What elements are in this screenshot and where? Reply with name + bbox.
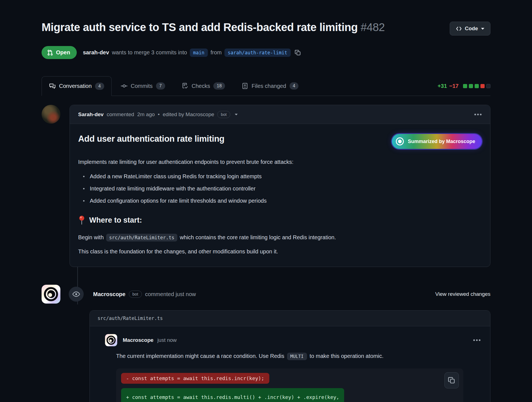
begin-pre-text: Begin with [78,234,104,240]
tab-checks[interactable]: Checks 18 [174,76,233,96]
avatar-macroscope[interactable] [42,285,60,304]
from-text: from [211,49,222,56]
body-post-text: to make this operation atomic. [310,353,383,359]
review-card: src/auth/RateLimiter.ts Macroscope just … [89,310,490,402]
eye-icon [72,290,80,298]
avatar-macroscope-small[interactable] [105,334,117,346]
macroscope-logo-icon [395,137,404,146]
body-pre-text: The current implementation might cause a… [116,353,284,359]
code-button[interactable]: Code [450,22,491,35]
diffstat-block-added [475,84,479,88]
diffstat: +31 −17 [438,83,490,89]
comment-body: Add user authentication rate limiting Su… [70,124,490,267]
tab-commits[interactable]: Commits 7 [113,76,173,96]
merge-summary-text: wants to merge 3 commits into [112,49,187,56]
file-path-header[interactable]: src/auth/RateLimiter.ts [90,311,490,326]
pr-title-text: Migrate auth service to TS and add Redis… [42,21,358,33]
inline-comment-kebab-icon[interactable] [473,339,481,341]
code-icon [456,26,462,31]
suggested-change-diff: - const attempts = await this.redis.incr… [116,368,463,402]
edit-history-chevron-icon[interactable] [234,113,238,116]
summary-badge-label: Summarized by Macroscope [408,139,475,144]
tab-conversation[interactable]: Conversation 4 [42,76,112,96]
comment-sarah-dev: Sarah-dev commented 2m ago • edited by M… [42,105,490,267]
pr-status-label: Open [56,49,70,56]
deletions-count: −17 [449,83,459,89]
tab-count: 18 [213,82,225,90]
comment-time: 2m ago [137,111,155,118]
bullet-item: Added a new RateLimiter class using Redi… [78,172,482,180]
chevron-down-icon [481,27,485,30]
pr-tabbar: Conversation 4 Commits 7 [42,76,490,96]
inline-comment-body: The current implementation might cause a… [116,352,481,402]
bot-badge: bot [129,291,142,298]
comment-icon [49,83,56,90]
inline-review-comment: Macroscope just now The current implemen… [90,326,490,402]
file-path-inline-code: src/auth/RateLimiter.ts [106,234,177,241]
summarized-by-macroscope-badge[interactable]: Summarized by Macroscope [392,134,482,149]
comment-action: commented [107,111,134,118]
page-title: Migrate auth service to TS and add Redis… [42,20,385,34]
tab-label: Checks [192,83,210,89]
base-branch-chip[interactable]: main [190,49,208,57]
bot-action-text: commented just now [145,291,196,297]
tab-count: 4 [290,82,299,90]
bot-author: Macroscope [93,291,126,297]
comment-header: Sarah-dev commented 2m ago • edited by M… [70,105,490,124]
diff-added-line: + const attempts = await this.redis.mult… [121,388,344,402]
status-row: Open sarah-dev wants to merge 3 commits … [42,46,490,59]
code-button-label: Code [465,26,478,32]
eye-timeline-badge [69,287,84,302]
separator-dot: • [158,111,160,118]
inline-comment-time: just now [157,337,177,343]
head-branch-chip[interactable]: sarah/auth-rate-limit [224,49,291,57]
inline-comment-header: Macroscope just now [105,334,481,346]
tab-files-changed[interactable]: Files changed 4 [234,76,306,96]
title-row: Migrate auth service to TS and add Redis… [42,0,490,35]
comment-author: Sarah-dev [78,111,104,118]
commit-icon [121,83,127,89]
diffstat-block-neutral [486,84,490,88]
view-reviewed-changes-link[interactable]: View reviewed changes [435,291,490,297]
merge-summary: sarah-dev wants to merge 3 commits into … [83,49,301,57]
tab-label: Files changed [252,83,286,89]
additions-count: +31 [438,83,447,89]
inline-comment-author: Macroscope [123,337,154,343]
pr-author: sarah-dev [83,49,109,56]
pull-request-page: Migrate auth service to TS and add Redis… [0,0,532,402]
diffstat-block-added [469,84,473,88]
tab-label: Conversation [59,83,92,89]
diffstat-block-added [463,84,467,88]
pr-status-badge: Open [42,46,77,59]
checklist-icon [182,83,188,89]
diff-removed-line: - const attempts = await this.redis.incr… [121,373,269,384]
foundation-paragraph: This class is the foundation for the cha… [78,247,482,256]
pin-icon [78,215,85,225]
comment-kebab-icon[interactable] [474,113,482,116]
bot-badge: bot [217,111,230,118]
comment-title: Add user authentication rate limiting [78,134,224,144]
diff-added-line-1: + const attempts = await this.redis.mult… [126,394,339,400]
bullet-item: Integrated rate limiting middleware with… [78,184,482,193]
race-condition-paragraph: The current implementation might cause a… [116,352,481,361]
pr-number: #482 [361,21,385,33]
file-diff-icon [242,83,248,89]
comment-card: Sarah-dev commented 2m ago • edited by M… [70,105,490,267]
comment-bullet-list: Added a new RateLimiter class using Redi… [78,172,482,205]
diffstat-block-removed [480,84,485,88]
bot-comment-meta: Macroscope bot commented just now [93,291,196,298]
multi-inline-code: MULTI [287,353,307,360]
git-pull-request-icon [47,50,53,56]
tab-count: 7 [156,82,165,90]
begin-post-text: which contains the core rate limiting lo… [180,234,336,240]
copy-icon [448,376,456,384]
comment-intro: Implements rate limiting for user authen… [78,158,482,166]
macroscope-comment-row: Macroscope bot commented just now View r… [42,285,490,304]
tab-label: Commits [131,83,153,89]
where-to-start-heading: Where to start: [89,216,142,225]
bullet-item: Added configuration options for rate lim… [78,197,482,205]
copy-branch-icon[interactable] [295,49,301,56]
begin-with-paragraph: Begin with src/auth/RateLimiter.ts which… [78,233,482,242]
avatar-sarah-dev[interactable] [42,105,60,124]
copy-code-button[interactable] [444,372,459,388]
